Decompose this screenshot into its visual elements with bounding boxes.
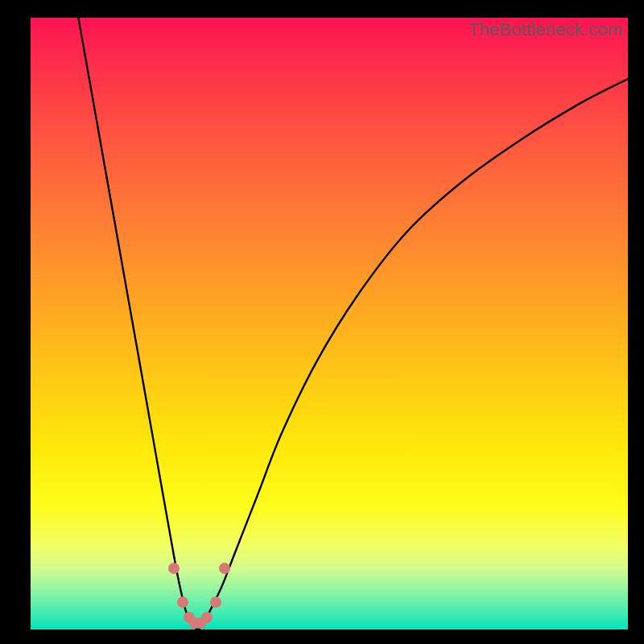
highlight-marker bbox=[177, 597, 188, 608]
chart-frame: TheBottleneck.com bbox=[0, 0, 644, 644]
highlight-marker bbox=[201, 612, 213, 623]
plot-area: TheBottleneck.com bbox=[31, 18, 628, 630]
watermark-text: TheBottleneck.com bbox=[469, 19, 623, 40]
bottleneck-curve-path bbox=[78, 18, 628, 630]
highlight-marker bbox=[168, 563, 180, 574]
curve-layer bbox=[31, 18, 628, 630]
highlight-marker bbox=[219, 563, 230, 574]
highlight-marker bbox=[210, 597, 221, 608]
